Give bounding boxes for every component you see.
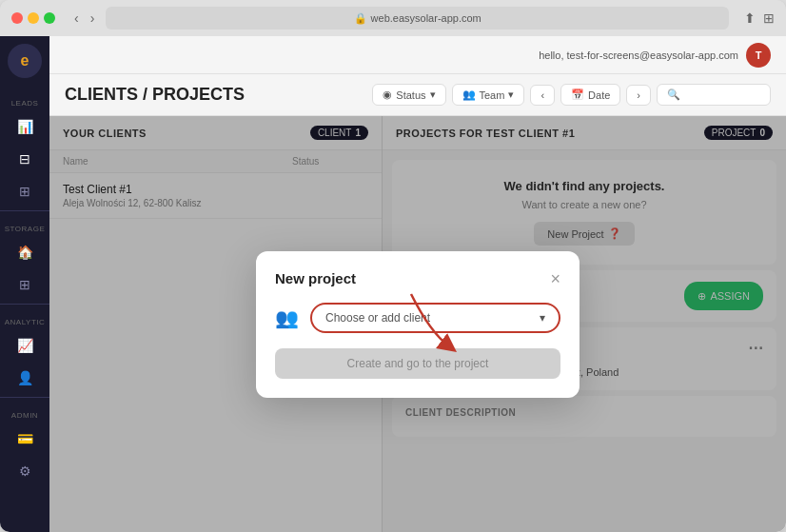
search-box[interactable]: 🔍 — [657, 84, 771, 106]
address-bar[interactable]: 🔒 web.easysolar-app.com — [106, 7, 729, 30]
new-tab-button[interactable]: ⊞ — [763, 10, 775, 26]
traffic-lights — [11, 12, 55, 24]
share-button[interactable]: ⬆ — [744, 10, 756, 26]
chevron-down-icon: ▾ — [540, 311, 545, 325]
create-project-button[interactable]: Create and go to the project — [275, 348, 560, 379]
close-window-btn[interactable] — [11, 12, 23, 24]
sidebar-section-analytic: ANALYTIC 📈 👤 — [0, 308, 49, 398]
sidebar-section-admin: ADMIN 💳 ⚙ — [0, 402, 49, 490]
sidebar-item-admin-card[interactable]: 💳 — [8, 424, 42, 454]
people-icon: 👥 — [275, 306, 299, 329]
sidebar-item-storage-home[interactable]: 🏠 — [8, 237, 42, 267]
modal-close-button[interactable]: × — [550, 270, 560, 287]
content-area: YOUR CLIENTS CLIENT 1 Name Status Test C… — [49, 116, 786, 532]
back-button[interactable]: ‹ — [70, 9, 83, 28]
modal-body: 👥 Choose or add client ▾ — [275, 303, 560, 333]
next-date-button[interactable]: › — [626, 85, 651, 106]
sidebar: e LEADS 📊 ⊟ ⊞ STORAGE 🏠 ⊞ ANALYTIC 📈 👤 A… — [0, 36, 49, 532]
sidebar-label-admin: ADMIN — [0, 405, 49, 422]
lock-icon: 🔒 — [354, 12, 367, 25]
team-icon: 👥 — [462, 89, 476, 101]
choose-client-dropdown[interactable]: Choose or add client ▾ — [310, 303, 560, 333]
choose-client-label: Choose or add client — [325, 311, 430, 325]
modal-footer: Create and go to the project — [275, 348, 560, 379]
status-chevron-icon: ▾ — [430, 89, 436, 101]
main-content: hello, test-for-screens@easysolar-app.co… — [49, 36, 786, 532]
modal-title: New project — [275, 270, 356, 286]
topbar-user: hello, test-for-screens@easysolar-app.co… — [539, 43, 771, 68]
greeting-text: hello, test-for-screens@easysolar-app.co… — [539, 49, 738, 61]
sidebar-item-analytic-chart[interactable]: 📈 — [8, 330, 42, 361]
browser-titlebar: ‹ › 🔒 web.easysolar-app.com ⬆ ⊞ — [0, 0, 786, 36]
browser-content: e LEADS 📊 ⊟ ⊞ STORAGE 🏠 ⊞ ANALYTIC 📈 👤 A… — [0, 36, 786, 532]
calendar-icon: 📅 — [571, 89, 584, 101]
forward-button[interactable]: › — [87, 9, 99, 28]
sidebar-section-storage: STORAGE 🏠 ⊞ — [0, 215, 49, 305]
sidebar-label-analytic: ANALYTIC — [0, 312, 49, 328]
sidebar-item-leads-grid[interactable]: ⊞ — [8, 176, 42, 207]
sidebar-logo[interactable]: e — [8, 44, 42, 78]
team-chevron-icon: ▾ — [508, 89, 514, 101]
minimize-window-btn[interactable] — [28, 12, 39, 24]
topbar: hello, test-for-screens@easysolar-app.co… — [49, 36, 786, 74]
search-icon: 🔍 — [667, 89, 680, 101]
page-title: CLIENTS / PROJECTS — [65, 85, 245, 105]
header-controls: ◉ Status ▾ 👥 Team ▾ ‹ 📅 Date › — [372, 84, 771, 106]
sidebar-label-leads: LEADS — [0, 93, 49, 109]
url-text: web.easysolar-app.com — [371, 12, 481, 24]
prev-date-button[interactable]: ‹ — [530, 85, 555, 106]
sidebar-section-leads: LEADS 📊 ⊟ ⊞ — [0, 89, 49, 211]
status-icon: ◉ — [383, 89, 392, 101]
browser-window: ‹ › 🔒 web.easysolar-app.com ⬆ ⊞ e LEADS … — [0, 0, 786, 532]
maximize-window-btn[interactable] — [44, 12, 55, 24]
sidebar-label-storage: STORAGE — [0, 219, 49, 235]
sidebar-item-leads-chart[interactable]: 📊 — [8, 111, 42, 142]
browser-nav: ‹ › — [70, 9, 98, 28]
modal-header: New project × — [275, 270, 560, 287]
sidebar-item-leads-home[interactable]: ⊟ — [8, 144, 42, 174]
status-filter-button[interactable]: ◉ Status ▾ — [372, 84, 445, 106]
new-project-modal: New project × 👥 Choose or add client ▾ C… — [256, 251, 580, 398]
sidebar-item-analytic-user[interactable]: 👤 — [8, 363, 42, 393]
user-avatar[interactable]: T — [746, 43, 771, 68]
sidebar-item-admin-settings[interactable]: ⚙ — [8, 456, 42, 486]
modal-overlay: New project × 👥 Choose or add client ▾ C… — [49, 116, 786, 532]
date-filter-button[interactable]: 📅 Date — [560, 84, 620, 106]
browser-actions: ⬆ ⊞ — [744, 10, 775, 26]
page-header: CLIENTS / PROJECTS ◉ Status ▾ 👥 Team ▾ ‹ — [49, 74, 786, 116]
sidebar-item-storage-grid[interactable]: ⊞ — [8, 269, 42, 300]
team-filter-button[interactable]: 👥 Team ▾ — [452, 84, 525, 106]
